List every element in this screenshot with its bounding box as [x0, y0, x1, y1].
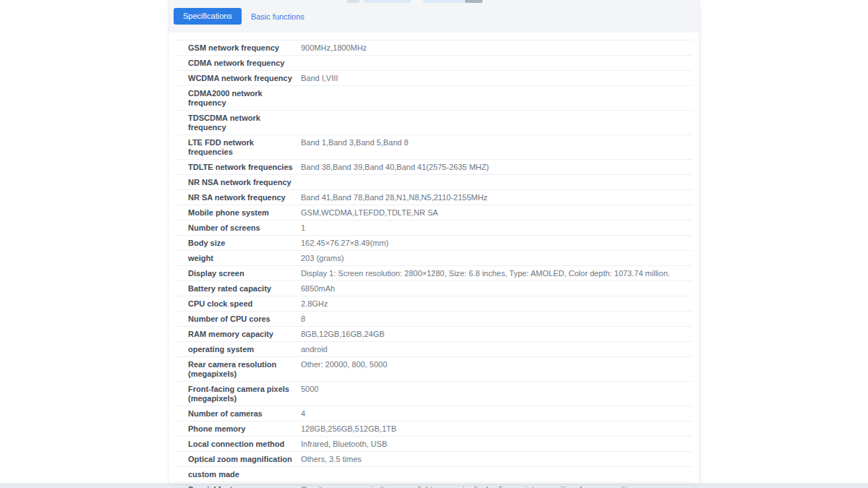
spec-row: Mobile phone systemGSM,WCDMA,LTEFDD,TDLT…	[175, 205, 692, 221]
spec-row: Optical zoom magnificationOthers, 3.5 ti…	[175, 452, 692, 467]
spec-value: 6850mAh	[301, 284, 688, 294]
spec-value: Band 41,Band 78,Band 28,N1,N8,N5,2110-21…	[301, 193, 688, 202]
spec-table: GSM network frequency900MHz,1800MHzCDMA …	[175, 40, 692, 488]
spec-label: Body size	[188, 239, 301, 248]
spec-row: CPU clock speed2.8GHz	[175, 296, 692, 312]
spec-label: LTE FDD network frequencies	[188, 138, 301, 157]
spec-label: TDSCDMA network frequency	[188, 114, 301, 132]
spec-row: Rear camera resolution (megapixels)Other…	[175, 357, 692, 382]
spec-value: 4	[301, 409, 688, 419]
spec-row: NR SA network frequencyBand 41,Band 78,B…	[175, 190, 692, 205]
spec-value: 5000	[301, 385, 688, 394]
spec-label: Local connection method	[188, 440, 301, 449]
spec-row: Number of CPU cores8	[175, 312, 692, 327]
spec-label: CDMA2000 network frequency	[188, 89, 301, 108]
spec-value: Band 38,Band 39,Band 40,Band 41(2575-263…	[301, 163, 688, 172]
spec-row: Front-facing camera pixels (megapixels)5…	[175, 382, 692, 406]
spec-row: TDSCDMA network frequency	[175, 111, 692, 135]
cutoff-fragment	[465, 0, 482, 3]
spec-label: TDLTE network frequencies	[188, 163, 301, 172]
spec-value: Band I,VIII	[301, 74, 688, 83]
spec-label: Special features	[188, 485, 301, 488]
spec-value: Other: 20000, 800, 5000	[301, 360, 688, 369]
spec-row: WCDMA network frequencyBand I,VIII	[175, 71, 692, 86]
spec-row: operating systemandroid	[175, 342, 692, 357]
spec-row: LTE FDD network frequenciesBand 1,Band 3…	[175, 135, 692, 160]
spec-label: GSM network frequency	[188, 43, 301, 53]
spec-value: 1	[301, 223, 688, 233]
spec-value: 128GB,256GB,512GB,1TB	[301, 424, 688, 434]
spec-label: Battery rated capacity	[188, 284, 301, 294]
cutoff-fragment	[423, 0, 465, 3]
spec-label: Rear camera resolution (megapixels)	[188, 360, 301, 379]
tab-specifications[interactable]: Specifications	[174, 8, 242, 25]
spec-row: Special featuresGravity sensor, proximit…	[175, 482, 692, 488]
spec-value: GSM,WCDMA,LTEFDD,TDLTE,NR SA	[301, 208, 688, 218]
spec-row: NR NSA network frequency	[175, 175, 692, 190]
spec-value: 8	[301, 314, 688, 324]
spec-value: Gravity sensor, proximity sensor, light …	[301, 485, 688, 488]
spec-value: 2.8GHz	[301, 299, 688, 309]
spec-label: RAM memory capacity	[188, 330, 301, 339]
spec-row: GSM network frequency900MHz,1800MHz	[175, 40, 692, 56]
spec-label: operating system	[188, 345, 301, 354]
spec-row: Body size162.45×76.27×8.49(mm)	[175, 236, 692, 251]
spec-value: 203 (grams)	[301, 254, 688, 263]
spec-value: 8GB,12GB,16GB,24GB	[301, 330, 688, 339]
spec-row: Number of screens1	[175, 221, 692, 236]
spec-value: android	[301, 345, 688, 354]
spec-row: Phone memory128GB,256GB,512GB,1TB	[175, 421, 692, 437]
spec-value: Display 1: Screen resolution: 2800×1280,…	[301, 269, 688, 278]
spec-row: TDLTE network frequenciesBand 38,Band 39…	[175, 160, 692, 175]
spec-row: RAM memory capacity8GB,12GB,16GB,24GB	[175, 327, 692, 342]
spec-label: Number of screens	[188, 223, 301, 233]
spec-row: weight203 (grams)	[175, 251, 692, 266]
spec-label: Front-facing camera pixels (megapixels)	[188, 385, 301, 403]
spec-row: custom made	[175, 467, 692, 482]
spec-label: Number of CPU cores	[188, 314, 301, 324]
spec-detail-card: Specifications Basic functions GSM netwo…	[169, 0, 699, 483]
spec-value: Band 1,Band 3,Band 5,Band 8	[301, 138, 688, 147]
spec-row: Battery rated capacity6850mAh	[175, 281, 692, 296]
spec-row: Display screenDisplay 1: Screen resoluti…	[175, 266, 692, 281]
tab-bar: Specifications Basic functions	[169, 0, 699, 33]
spec-row: CDMA2000 network frequency	[175, 86, 692, 111]
spec-row: CDMA network frequency	[175, 56, 692, 71]
spec-label: NR SA network frequency	[188, 193, 301, 202]
cutoff-fragment	[364, 0, 411, 3]
cutoff-top-elements	[0, 0, 868, 3]
spec-value: Infrared, Bluetooth, USB	[301, 440, 688, 449]
spec-row: Local connection methodInfrared, Bluetoo…	[175, 437, 692, 452]
spec-label: weight	[188, 254, 301, 263]
spec-label: Number of cameras	[188, 409, 301, 419]
spec-label: Optical zoom magnification	[188, 455, 301, 464]
spec-label: CPU clock speed	[188, 299, 301, 309]
spec-label: NR NSA network frequency	[188, 178, 301, 187]
spec-label: CDMA network frequency	[188, 59, 301, 68]
cutoff-fragment	[347, 0, 359, 3]
spec-label: Display screen	[188, 269, 301, 278]
spec-label: Mobile phone system	[188, 208, 301, 218]
spec-value: Others, 3.5 times	[301, 455, 688, 464]
spec-row: Number of cameras4	[175, 406, 692, 421]
tab-basic-functions[interactable]: Basic functions	[250, 12, 306, 21]
spec-label: custom made	[188, 470, 301, 479]
spec-value: 900MHz,1800MHz	[301, 43, 688, 53]
spec-value: 162.45×76.27×8.49(mm)	[301, 239, 688, 248]
spec-label: Phone memory	[188, 424, 301, 434]
spec-label: WCDMA network frequency	[188, 74, 301, 83]
